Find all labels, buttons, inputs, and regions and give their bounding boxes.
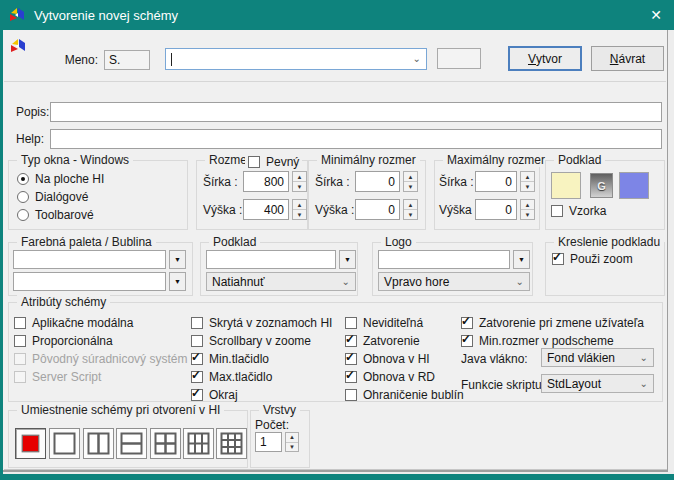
script-functions-select[interactable]: StdLayout ⌄ (541, 374, 654, 393)
group-title: Atribúty schémy (17, 295, 110, 309)
spin-down-icon[interactable]: ▼ (293, 210, 306, 219)
max-height-field[interactable] (475, 199, 517, 220)
checkbox-box: ✓ (191, 389, 203, 401)
spin-down-icon[interactable]: ▼ (521, 182, 534, 191)
gradient-button[interactable]: G (590, 173, 613, 198)
help-label: Help: (16, 132, 44, 146)
checkbox-zatvorenie-pri-zmene[interactable]: ✓ Zatvorenie pri zmene užívateľa (461, 315, 644, 330)
checkbox-pouzi-zoom[interactable]: ✓ Použi zoom (552, 251, 633, 266)
spin-up-icon[interactable]: ▲ (521, 172, 534, 182)
min-height-field[interactable] (355, 199, 400, 220)
checkbox-vzorka[interactable]: ✓ Vzorka (551, 203, 606, 218)
checkbox-zatvorenie[interactable]: ✓ Zatvorenie (345, 333, 420, 348)
bubble-dropdown-icon[interactable]: ▼ (169, 272, 186, 291)
java-thread-label: Java vlákno: (461, 352, 528, 366)
min-width-spinner[interactable]: ▲ ▼ (403, 171, 418, 192)
group-title: Farebná paleta / Bublina (17, 235, 156, 249)
max-height-spinner[interactable]: ▲ ▼ (520, 199, 535, 220)
spin-up-icon[interactable]: ▲ (521, 200, 534, 210)
placement-vertical-split-button[interactable] (83, 428, 114, 459)
width-spinner[interactable]: ▲ ▼ (292, 171, 307, 192)
background-combobox[interactable] (206, 250, 336, 269)
popis-field[interactable] (50, 102, 662, 122)
background-color-swatch[interactable] (551, 172, 581, 199)
spin-up-icon[interactable]: ▲ (293, 200, 306, 210)
checkbox-box: ✓ (551, 205, 563, 217)
height-field[interactable] (243, 199, 289, 220)
layer-count-spinner[interactable]: ▲ ▼ (285, 432, 299, 452)
palette-combobox[interactable] (13, 250, 166, 269)
logo-position-select[interactable]: Vpravo hore ⌄ (378, 272, 530, 291)
secondary-color-swatch[interactable] (619, 172, 649, 199)
spin-up-icon[interactable]: ▲ (404, 200, 417, 210)
checkbox-neviditelna[interactable]: ✓ Neviditeľná (345, 315, 423, 330)
checkbox-box: ✓ (14, 317, 26, 329)
return-button[interactable]: Návrat (591, 46, 664, 71)
placement-grid-2x2-button[interactable] (150, 428, 181, 459)
close-icon[interactable]: ✕ (638, 0, 674, 30)
placement-maximized-button[interactable] (15, 428, 46, 459)
checkbox-box: ✓ (191, 317, 203, 329)
spin-up-icon[interactable]: ▲ (404, 172, 417, 182)
vyska-label: Výška : (203, 203, 242, 217)
checkbox-aplikacne-modalna[interactable]: ✓ Aplikačne modálna (14, 315, 133, 330)
checkbox-okraj[interactable]: ✓ Okraj (191, 387, 238, 402)
checkbox-skryta-v-zoznamoch[interactable]: ✓ Skrytá v zoznamoch HI (191, 315, 332, 330)
logo-combobox[interactable] (378, 250, 510, 269)
schema-name-combobox[interactable]: ⌄ (165, 48, 427, 70)
checkbox-box: ✓ (14, 371, 26, 383)
placement-grid-3x3-button[interactable] (216, 428, 247, 459)
radio-na-ploche-hi[interactable]: Na ploche HI (17, 171, 104, 186)
checkbox-scrollbary-v-zoome[interactable]: ✓ Scrollbary v zoome (191, 333, 311, 348)
group-window-type: Typ okna - Windows Na ploche HI Dialógov… (8, 160, 188, 230)
checkbox-pevny[interactable]: ✓ Pevný (245, 154, 302, 169)
aux-field[interactable] (437, 48, 481, 69)
background-mode-select[interactable]: Natiahnuť ⌄ (206, 272, 356, 291)
max-width-field[interactable] (475, 171, 517, 192)
checkbox-obnova-v-hi[interactable]: ✓ Obnova v HI (345, 351, 430, 366)
checkbox-obnova-v-rd[interactable]: ✓ Obnova v RD (345, 369, 435, 384)
checkbox-min-tlacidlo[interactable]: ✓ Min.tlačidlo (191, 351, 269, 366)
spin-up-icon[interactable]: ▲ (293, 172, 306, 182)
java-thread-select[interactable]: Fond vlákien ⌄ (541, 348, 654, 367)
height-spinner[interactable]: ▲ ▼ (292, 199, 307, 220)
chevron-down-icon[interactable]: ⌄ (413, 54, 421, 64)
spin-down-icon[interactable]: ▼ (404, 210, 417, 219)
checkbox-box: ✓ (552, 253, 564, 265)
spin-down-icon[interactable]: ▼ (404, 182, 417, 191)
background-dropdown-icon[interactable]: ▼ (339, 250, 356, 269)
radio-dialogove[interactable]: Dialógové (17, 189, 88, 204)
meno-prefix-field[interactable] (104, 50, 150, 70)
width-field[interactable] (243, 171, 289, 192)
min-width-field[interactable] (355, 171, 400, 192)
radio-dot (21, 177, 25, 181)
help-field[interactable] (50, 129, 662, 149)
checkbox-ohranicenie-bublin[interactable]: ✓ Ohraničenie bublín (345, 387, 464, 402)
logo-dropdown-icon[interactable]: ▼ (513, 250, 530, 269)
placement-single-button[interactable] (49, 428, 80, 459)
group-title: Vrstvy (259, 403, 300, 417)
bottom-inner-edge (4, 469, 667, 470)
placement-horizontal-split-button[interactable] (116, 428, 147, 459)
checkbox-max-tlacidlo[interactable]: ✓ Max.tlačidlo (191, 369, 272, 384)
placement-single-icon (53, 432, 76, 455)
chevron-down-icon: ⌄ (640, 353, 648, 363)
spin-up-icon[interactable]: ▲ (286, 433, 298, 443)
max-width-spinner[interactable]: ▲ ▼ (520, 171, 535, 192)
text-caret (171, 53, 172, 66)
spin-down-icon[interactable]: ▼ (286, 443, 298, 452)
placement-grid-3x2-button[interactable] (183, 428, 214, 459)
create-button[interactable]: Vytvor (508, 46, 582, 71)
script-functions-label: Funkcie skriptu: (461, 378, 545, 392)
chevron-down-icon: ⌄ (640, 379, 648, 389)
checkbox-proporcionalna[interactable]: ✓ Proporcionálna (14, 333, 113, 348)
bubble-combobox[interactable] (13, 272, 166, 291)
spin-down-icon[interactable]: ▼ (521, 210, 534, 219)
min-height-spinner[interactable]: ▲ ▼ (403, 199, 418, 220)
sirka-label: Šírka : (203, 175, 238, 189)
palette-dropdown-icon[interactable]: ▼ (169, 250, 186, 269)
checkbox-min-rozmer-v-podscheme[interactable]: ✓ Min.rozmer v podscheme (461, 333, 614, 348)
radio-toolbarove[interactable]: Toolbarové (17, 207, 94, 222)
layer-count-field[interactable] (255, 432, 282, 452)
spin-down-icon[interactable]: ▼ (293, 182, 306, 191)
